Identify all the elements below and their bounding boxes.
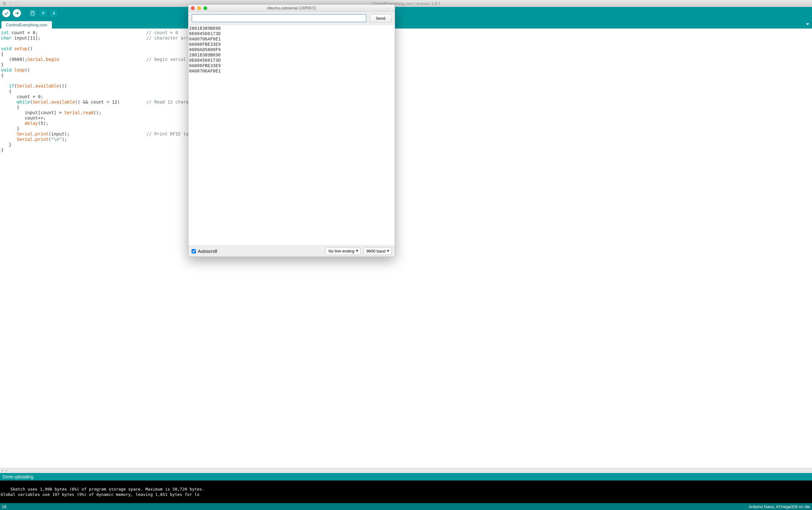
verify-button[interactable]	[2, 9, 11, 18]
serial-maximize-icon[interactable]	[204, 6, 207, 10]
code-line: }	[1, 62, 811, 67]
serial-monitor-window[interactable]: /dev/cu.usbserial-13IP0572 Send 28018389…	[188, 4, 395, 257]
board-port-info: Arduino Nano, ATmega328 on /de	[749, 504, 810, 509]
code-line: if(Serial.available())	[1, 83, 811, 89]
chevron-down-icon	[5, 469, 8, 472]
serial-send-button[interactable]: Send	[370, 14, 392, 22]
code-line	[1, 41, 811, 46]
code-line: {	[1, 73, 811, 78]
status-message: Done uploading.	[2, 474, 34, 479]
ide-tabstrip: ControlEverything.com	[0, 20, 812, 29]
ide-minimize-icon[interactable]	[9, 2, 12, 5]
serial-window-title: /dev/cu.usbserial-13IP0572	[267, 6, 316, 10]
code-line: }	[1, 126, 811, 132]
code-line: }	[1, 142, 811, 147]
code-line: count = 0;	[1, 94, 811, 100]
autoscroll-toggle[interactable]: Autoscroll	[191, 249, 217, 254]
code-line: input[count] = Serial.read();	[1, 110, 811, 115]
upload-button[interactable]	[12, 9, 21, 18]
arduino-ide-window: ControlEverything.com | Arduino 1.6.7 Co…	[0, 0, 812, 510]
ide-titlebar[interactable]: ControlEverything.com | Arduino 1.6.7	[0, 0, 812, 7]
code-line: char input[11]; // character array of si	[1, 35, 811, 41]
svg-marker-4	[806, 24, 809, 25]
save-sketch-button[interactable]	[50, 9, 58, 18]
ide-close-icon[interactable]	[2, 2, 6, 5]
serial-minimize-icon[interactable]	[197, 6, 201, 10]
serial-close-icon[interactable]	[191, 6, 195, 10]
serial-input-row: Send	[188, 11, 395, 25]
ide-maximize-icon[interactable]	[15, 2, 19, 5]
svg-marker-6	[6, 470, 7, 471]
ide-footer: 18 Arduino Nano, ATmega328 on /de	[0, 503, 812, 510]
line-number: 18	[2, 504, 6, 509]
code-line: while(Serial.available() && count < 12) …	[1, 100, 811, 105]
serial-titlebar[interactable]: /dev/cu.usbserial-13IP0572	[188, 5, 395, 11]
code-line: count++;	[1, 115, 811, 121]
ide-toolbar	[0, 7, 812, 20]
ide-traffic-lights	[2, 2, 19, 5]
code-line: {	[1, 105, 811, 110]
code-line: {	[1, 89, 811, 94]
autoscroll-checkbox[interactable]	[191, 249, 196, 253]
code-line: delay(5);	[1, 121, 811, 126]
chevron-down-icon	[1, 469, 4, 472]
console-text: Sketch uses 1,998 bytes (6%) of program …	[1, 487, 204, 497]
svg-marker-5	[2, 470, 3, 471]
svg-rect-1	[31, 11, 34, 15]
code-line: Serial.print("\n");	[1, 137, 811, 142]
serial-footer: Autoscroll No line ending 9600 baud	[188, 245, 395, 257]
code-line: Serial.print(input); // Print RFID tag n…	[1, 132, 811, 137]
serial-input[interactable]	[191, 14, 366, 22]
code-line: int count = 0; // count = 0	[1, 30, 811, 35]
sketch-tab[interactable]: ControlEverything.com	[1, 21, 52, 29]
baud-select[interactable]: 9600 baud	[364, 248, 392, 255]
code-line: (9600);Serial.begin // begin serial port…	[1, 57, 811, 62]
ide-status-bar: Done uploading.	[0, 473, 812, 481]
autoscroll-label: Autoscroll	[198, 249, 217, 254]
code-line: void loop()	[1, 67, 811, 73]
code-line: }	[1, 147, 811, 153]
ide-console[interactable]: Sketch uses 1,998 bytes (6%) of program …	[0, 481, 812, 503]
code-line: {	[1, 52, 811, 57]
serial-traffic-lights	[191, 6, 207, 10]
code-line	[1, 78, 811, 83]
serial-output[interactable]: 28018389B696 0E004560173D 0A00706AF0E1 0…	[188, 25, 395, 245]
line-ending-select[interactable]: No line ending	[325, 248, 360, 255]
line-ending-value: No line ending	[328, 249, 354, 253]
open-sketch-button[interactable]	[39, 9, 48, 18]
tab-menu-button[interactable]	[805, 21, 811, 27]
editor-console-splitter[interactable]	[0, 468, 812, 473]
new-sketch-button[interactable]	[28, 9, 37, 18]
baud-value: 9600 baud	[366, 249, 386, 253]
code-line: void setup()	[1, 46, 811, 52]
code-editor[interactable]: int count = 0; // count = 0char input[11…	[0, 29, 812, 468]
